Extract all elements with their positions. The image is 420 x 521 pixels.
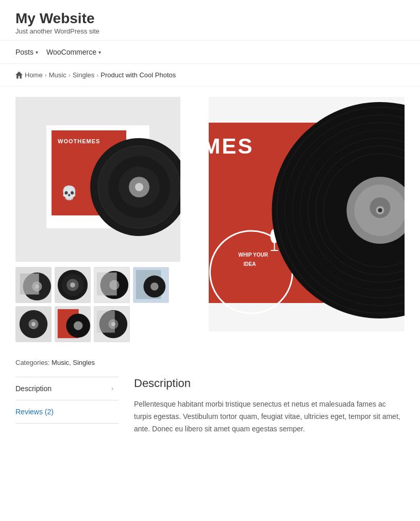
svg-point-20 [70, 282, 75, 288]
description-column: Description Pellentesque habitant morbi … [134, 377, 405, 435]
svg-rect-24 [97, 273, 117, 296]
nav-item-woocommerce[interactable]: WooCommerce ▾ [46, 41, 109, 63]
thumbnail-5[interactable] [15, 306, 52, 342]
site-nav: Posts ▾ WooCommerce ▾ [0, 40, 420, 64]
svg-text:WOOTHEMES: WOOTHEMES [58, 138, 100, 144]
tabs-column: Description › Reviews (2) [15, 377, 119, 435]
description-title: Description [134, 377, 405, 390]
svg-text:WHIP YOUR: WHIP YOUR [239, 252, 268, 258]
site-title[interactable]: My Website [15, 10, 405, 27]
thumbnail-4[interactable] [133, 267, 169, 303]
large-image-column: MES WHIP YOUR IDEA [209, 97, 405, 342]
thumbnail-3[interactable] [94, 267, 130, 303]
gallery-column: WOOTHEMES 💀 [15, 97, 198, 342]
tab-description[interactable]: Description › [15, 377, 119, 400]
breadcrumb-music-link[interactable]: Music [49, 71, 66, 79]
thumbnail-6[interactable] [55, 306, 91, 342]
svg-point-36 [74, 321, 82, 330]
breadcrumb-singles-link[interactable]: Singles [73, 71, 95, 79]
category-singles-link[interactable]: Singles [73, 359, 95, 366]
svg-point-32 [31, 322, 36, 326]
thumbnail-strip [15, 267, 198, 342]
categories-label: Categories: [15, 359, 49, 366]
breadcrumb-sep: › [45, 72, 47, 79]
tabs-section: Description › Reviews (2) Description Pe… [0, 377, 420, 456]
chevron-down-icon: ▾ [36, 49, 38, 55]
svg-point-9 [135, 183, 143, 191]
category-music-link[interactable]: Music [52, 359, 69, 366]
svg-text:IDEA: IDEA [244, 261, 256, 267]
main-product-image[interactable]: WOOTHEMES 💀 [15, 97, 180, 262]
breadcrumb-sep: › [69, 72, 71, 79]
svg-point-63 [378, 208, 382, 212]
svg-text:💀: 💀 [61, 184, 78, 201]
tab-reviews[interactable]: Reviews (2) [15, 400, 119, 424]
svg-rect-41 [97, 311, 115, 333]
categories-row: Categories: Music, Singles [0, 352, 420, 377]
thumbnail-1[interactable] [15, 267, 52, 303]
svg-rect-15 [20, 274, 39, 295]
home-icon [15, 72, 23, 79]
breadcrumb: Home › Music › Singles › Product with Co… [0, 64, 420, 87]
chevron-down-icon: ▾ [98, 49, 101, 55]
svg-text:MES: MES [209, 134, 254, 158]
thumbnail-7[interactable] [94, 306, 130, 342]
description-text: Pellentesque habitant morbi tristique se… [134, 398, 405, 435]
product-section: WOOTHEMES 💀 [0, 87, 420, 352]
site-header: My Website Just another WordPress site [0, 0, 420, 40]
large-product-image[interactable]: MES WHIP YOUR IDEA [209, 97, 405, 331]
breadcrumb-sep: › [96, 72, 98, 79]
svg-point-28 [150, 282, 159, 291]
breadcrumb-current: Product with Cool Photos [100, 71, 176, 79]
breadcrumb-home-link[interactable]: Home [25, 71, 43, 79]
nav-item-posts[interactable]: Posts ▾ [15, 41, 46, 63]
chevron-right-icon: › [111, 385, 113, 392]
thumbnail-2[interactable] [55, 267, 91, 303]
site-tagline: Just another WordPress site [15, 27, 99, 35]
